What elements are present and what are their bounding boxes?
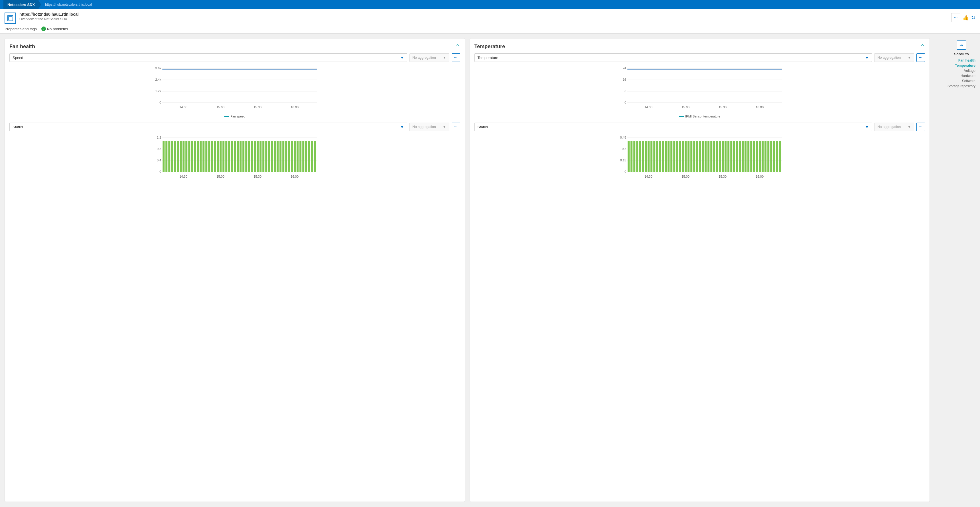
temp-dropdown-arrow: ▼ <box>865 56 869 60</box>
temp-status-bars <box>628 141 781 172</box>
svg-rect-60 <box>271 141 273 172</box>
temp-status-dropdown[interactable]: Status ▼ <box>474 122 872 131</box>
svg-rect-38 <box>208 141 210 172</box>
brand-label[interactable]: Netscalers SDX <box>3 0 41 9</box>
fan-status-dropdown-arrow: ▼ <box>400 125 404 129</box>
svg-rect-65 <box>285 141 287 172</box>
svg-rect-54 <box>254 141 256 172</box>
svg-rect-131 <box>716 141 718 172</box>
svg-text:15:30: 15:30 <box>253 105 261 109</box>
svg-rect-57 <box>262 141 264 172</box>
svg-text:15:00: 15:00 <box>681 175 689 178</box>
speed-dropdown-arrow: ▼ <box>400 56 404 60</box>
header-actions: ··· 👍 ↻ <box>951 12 975 22</box>
scroll-link-fan-health[interactable]: Fan health <box>948 59 975 62</box>
svg-rect-24 <box>168 141 170 172</box>
svg-rect-37 <box>205 141 207 172</box>
no-problems-label: No problems <box>47 27 68 31</box>
svg-rect-104 <box>639 141 641 172</box>
svg-rect-152 <box>776 141 778 172</box>
svg-rect-111 <box>659 141 661 172</box>
svg-text:15:00: 15:00 <box>216 175 224 178</box>
svg-rect-74 <box>311 141 313 172</box>
fan-health-collapse[interactable]: ⌃ <box>455 43 460 50</box>
temp-status-svg: 0.45 0.3 0.15 0 <box>474 134 925 182</box>
svg-rect-145 <box>756 141 758 172</box>
svg-rect-72 <box>305 141 307 172</box>
temp-agg-dropdown[interactable]: No aggregation ▼ <box>874 53 914 62</box>
header-left: https://hot2nds0lhau1.rtln.local Overvie… <box>5 12 79 24</box>
temp-more-btn[interactable]: ··· <box>916 53 925 62</box>
svg-rect-39 <box>211 141 213 172</box>
top-nav: Netscalers SDX https://hub.netscalers.th… <box>0 0 980 9</box>
svg-rect-129 <box>710 141 712 172</box>
temperature-collapse[interactable]: ⌃ <box>920 43 925 50</box>
svg-rect-107 <box>648 141 649 172</box>
sidebar-scroll: ⇥ Scroll to Fan health Temperature Volta… <box>930 38 975 502</box>
scroll-link-software[interactable]: Software <box>948 79 975 83</box>
sdx-icon <box>7 15 13 21</box>
refresh-icon[interactable]: ↻ <box>971 14 975 21</box>
speed-dropdown[interactable]: Speed ▼ <box>10 53 407 62</box>
svg-rect-69 <box>296 141 299 172</box>
scroll-link-storage-repository[interactable]: Storage repository <box>948 84 975 88</box>
temp-status-agg-dropdown[interactable]: No aggregation ▼ <box>874 122 914 131</box>
scroll-link-temperature[interactable]: Temperature <box>948 64 975 68</box>
scroll-link-hardware[interactable]: Hardware <box>948 74 975 78</box>
legend-line-icon <box>224 116 229 117</box>
more-button[interactable]: ··· <box>951 13 960 22</box>
fan-speed-svg: 3.6k 2.4k 1.2k 0 14:30 15:00 <box>10 64 460 113</box>
svg-rect-42 <box>220 141 221 172</box>
fan-status-svg: 1.2 0.8 0.4 0 <box>10 134 460 182</box>
svg-rect-61 <box>274 141 276 172</box>
scroll-to-label: Scroll to <box>954 52 969 56</box>
svg-rect-151 <box>773 141 775 172</box>
no-problems-badge: ✓ No problems <box>41 27 68 31</box>
temp-status-more-btn[interactable]: ··· <box>916 122 925 131</box>
temp-dropdown[interactable]: Temperature ▼ <box>474 53 872 62</box>
temp-status-chart-container: 0.45 0.3 0.15 0 <box>474 134 925 183</box>
svg-rect-73 <box>308 141 310 172</box>
fan-status-chart-container: 1.2 0.8 0.4 0 <box>10 134 460 183</box>
svg-rect-117 <box>676 141 678 172</box>
temp-status-controls: Status ▼ No aggregation ▼ ··· <box>474 122 925 131</box>
speed-more-btn[interactable]: ··· <box>452 53 460 62</box>
svg-rect-46 <box>231 141 233 172</box>
scroll-to-button[interactable]: ⇥ <box>957 40 966 49</box>
svg-rect-36 <box>202 141 204 172</box>
svg-rect-49 <box>240 141 242 172</box>
svg-text:0.3: 0.3 <box>622 147 626 151</box>
thumb-icon[interactable]: 👍 <box>963 14 969 21</box>
svg-rect-52 <box>248 141 250 172</box>
svg-rect-121 <box>687 141 689 172</box>
svg-rect-146 <box>759 141 761 172</box>
svg-rect-149 <box>767 141 769 172</box>
temp-legend: IPMI Sensor temperature <box>474 114 925 118</box>
svg-rect-62 <box>277 141 278 172</box>
svg-rect-120 <box>685 141 687 172</box>
fan-health-panel: Fan health ⌃ Speed ▼ No aggregation ▼ ··… <box>5 38 465 502</box>
fan-status-bars <box>162 141 316 172</box>
svg-text:14:30: 14:30 <box>179 175 187 178</box>
svg-text:0.8: 0.8 <box>157 147 161 151</box>
svg-rect-119 <box>682 141 684 172</box>
svg-rect-105 <box>642 141 644 172</box>
speed-agg-dropdown[interactable]: No aggregation ▼ <box>409 53 449 62</box>
svg-rect-122 <box>690 141 692 172</box>
speed-agg-arrow: ▼ <box>443 56 446 60</box>
svg-text:16:00: 16:00 <box>756 105 764 109</box>
svg-rect-25 <box>171 141 173 172</box>
fan-status-more-btn[interactable]: ··· <box>452 122 460 131</box>
fan-status-dropdown[interactable]: Status ▼ <box>10 122 407 131</box>
svg-rect-153 <box>779 141 781 172</box>
fan-status-agg-dropdown[interactable]: No aggregation ▼ <box>409 122 449 131</box>
svg-rect-140 <box>741 141 744 172</box>
properties-link[interactable]: Properties and tags <box>5 27 37 31</box>
fan-speed-svg-wrap: 3.6k 2.4k 1.2k 0 14:30 15:00 <box>10 64 460 113</box>
svg-rect-148 <box>764 141 767 172</box>
scroll-link-voltage[interactable]: Voltage <box>948 69 975 73</box>
svg-rect-141 <box>745 141 746 172</box>
svg-rect-134 <box>724 141 727 172</box>
svg-rect-59 <box>268 141 270 172</box>
fan-health-header: Fan health ⌃ <box>10 43 460 50</box>
